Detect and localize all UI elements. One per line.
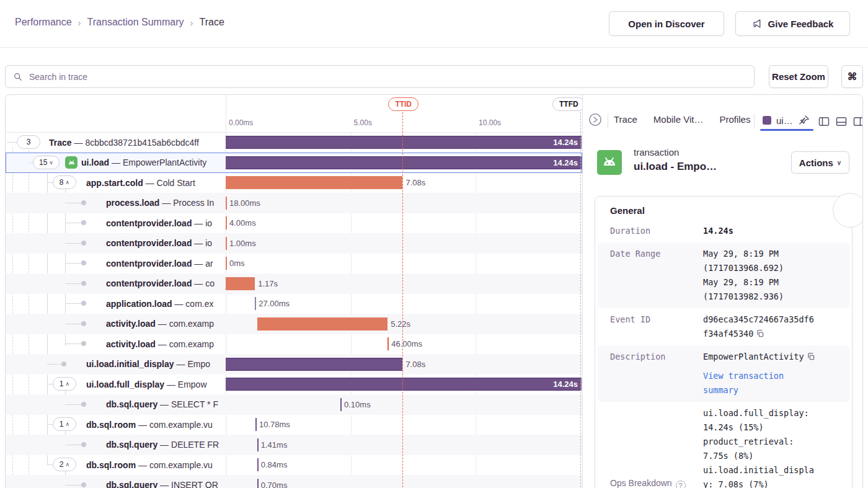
trace-row-db-sql-query[interactable]: db.sql.query — INSERT OR0.70ms — [6, 475, 582, 488]
span-count-badge[interactable]: 2∧ — [53, 458, 76, 471]
copy-icon[interactable] — [756, 329, 764, 338]
active-tab-underline — [760, 129, 813, 131]
span-dot — [81, 260, 86, 265]
ttid-marker-line — [402, 112, 403, 488]
tab-profiles[interactable]: Profiles — [719, 114, 750, 125]
trace-row-contentprovider-load[interactable]: contentprovider.load — ar0ms — [6, 253, 582, 273]
open-in-discover-button[interactable]: Open in Discover — [609, 11, 724, 36]
span-bar[interactable] — [226, 358, 402, 371]
span-duration: 0.10ms — [344, 394, 371, 415]
trace-row-db-sql-room[interactable]: 1∧db.sql.room — com.example.vu10.78ms — [6, 414, 582, 435]
span-tick[interactable] — [226, 257, 227, 270]
shortcut-key-button[interactable]: ⌘ — [841, 65, 863, 88]
layout-split-left-icon[interactable] — [818, 115, 830, 128]
search-bar[interactable] — [5, 65, 755, 88]
general-value: 14.24s — [703, 224, 836, 238]
breadcrumb-item-transaction-summary[interactable]: Transaction Summary — [87, 17, 184, 28]
span-duration: 1.17s — [258, 273, 278, 294]
trace-row-ui-load-initial-display[interactable]: ui.load.initial_display — Empo7.08s — [6, 354, 582, 375]
span-count-badge[interactable]: 3 — [17, 135, 40, 149]
trace-row-contentprovider-load[interactable]: contentprovider.load — io1.00ms — [6, 233, 582, 254]
time-axis-label: 0.00ms — [229, 118, 253, 127]
search-icon — [13, 72, 23, 82]
trace-row-process-load[interactable]: process.load — Process In18.00ms — [6, 193, 582, 213]
span-bar[interactable] — [226, 176, 402, 189]
tab-mobile-vit-[interactable]: Mobile Vit… — [653, 114, 704, 125]
span-label: ui.load.full_display — Empow — [86, 374, 226, 394]
span-tick[interactable] — [388, 337, 389, 350]
trace-row-contentprovider-load[interactable]: contentprovider.load — co1.17s — [6, 273, 582, 294]
actions-button[interactable]: Actions ∨ — [791, 151, 849, 174]
collapse-panel-icon[interactable] — [588, 112, 603, 127]
span-count-badge[interactable]: 1∧ — [53, 377, 76, 391]
search-input[interactable] — [28, 71, 746, 82]
trace-row-app-start-cold[interactable]: 8∧app.start.cold — Cold Start7.08s — [6, 172, 582, 193]
span-dot — [81, 442, 86, 447]
span-duration: 27.00ms — [259, 293, 290, 314]
view-transaction-summary-link[interactable]: View transactionsummary — [703, 369, 836, 397]
trace-row-activity-load[interactable]: activity.load — com.examp5.22s — [6, 314, 582, 334]
trace-row-ui-load-full-display[interactable]: 1∧ui.load.full_display — Empow14.24s — [6, 374, 582, 394]
give-feedback-button[interactable]: Give Feedback — [735, 11, 850, 36]
span-bar[interactable]: 14.24s — [226, 378, 582, 391]
general-row-duration: Duration14.24s — [595, 220, 852, 242]
span-tick[interactable] — [257, 438, 259, 451]
active-tab[interactable]: ui… — [763, 114, 810, 126]
trace-row-ui-load[interactable]: 15∨ui.load — EmpowerPlantActivity14.24s — [6, 153, 582, 173]
general-row-event-id: Event IDd96eca345c724667a35df6f34af45340 — [595, 308, 852, 345]
copy-icon[interactable] — [807, 352, 815, 361]
span-label: contentprovider.load — io — [106, 233, 226, 254]
span-dot — [81, 241, 86, 246]
trace-row-db-sql-room[interactable]: 2∧db.sql.room — com.example.vu0.84ms — [6, 455, 582, 475]
span-duration: 14.24s — [553, 138, 582, 147]
trace-row-Trace[interactable]: 3Trace — 8cbbcd38721b415ab6cbdc4ff14.24s — [6, 132, 582, 153]
span-count-badge[interactable]: 8∧ — [53, 175, 76, 189]
pin-icon[interactable] — [798, 114, 810, 126]
general-rows: Duration14.24sDate RangeMay 29, 8:19 PM(… — [595, 220, 852, 488]
span-tick[interactable] — [340, 398, 342, 411]
ttfd-marker-badge[interactable]: TTFD — [552, 97, 585, 111]
span-bar[interactable]: 14.24s — [226, 136, 582, 149]
tab-trace[interactable]: Trace — [614, 114, 637, 125]
span-tick[interactable] — [255, 418, 257, 431]
span-dot — [81, 482, 86, 487]
general-section-title: General — [595, 197, 852, 220]
feedback-fab-button[interactable] — [833, 193, 863, 228]
span-bar[interactable] — [226, 277, 255, 290]
general-key: Date Range — [610, 247, 703, 304]
span-duration: 0.84ms — [261, 455, 288, 475]
span-tick[interactable] — [255, 297, 256, 310]
span-bar[interactable] — [257, 317, 388, 331]
trace-row-db-sql-query[interactable]: db.sql.query — SELECT * F0.10ms — [6, 394, 582, 415]
span-count-badge[interactable]: 15∨ — [33, 156, 60, 169]
help-icon[interactable]: ? — [676, 481, 686, 488]
trace-row-application-load[interactable]: application.load — com.ex27.00ms — [6, 293, 582, 314]
general-key: Event ID — [610, 313, 703, 341]
span-tick[interactable] — [257, 479, 259, 488]
span-label: application.load — com.ex — [106, 293, 226, 314]
span-duration: 0ms — [229, 253, 245, 273]
span-label: db.sql.query — DELETE FR — [106, 435, 226, 455]
span-dot — [81, 402, 86, 407]
reset-zoom-button[interactable]: Reset Zoom — [769, 65, 828, 88]
general-row-description: DescriptionEmpowerPlantActivityView tran… — [598, 345, 849, 402]
active-tab-label: ui… — [776, 115, 793, 126]
span-dot — [81, 341, 86, 346]
layout-split-bottom-icon[interactable] — [835, 115, 848, 128]
layout-split-right-icon[interactable] — [852, 115, 863, 128]
span-tick[interactable] — [226, 237, 227, 250]
trace-row-contentprovider-load[interactable]: contentprovider.load — io4.00ms — [6, 213, 582, 233]
span-bar[interactable]: 14.24s — [226, 156, 582, 169]
span-tick[interactable] — [226, 197, 227, 210]
general-card: General Duration14.24sDate RangeMay 29, … — [595, 196, 852, 488]
span-duration: 18.00ms — [229, 193, 260, 213]
general-key: Duration — [610, 224, 703, 238]
span-tick[interactable] — [257, 458, 259, 471]
ttid-marker-badge[interactable]: TTID — [388, 97, 418, 111]
breadcrumb-item-performance[interactable]: Performance — [15, 17, 72, 28]
span-tick[interactable] — [226, 216, 227, 229]
span-label: db.sql.query — INSERT OR — [106, 475, 226, 488]
trace-row-activity-load[interactable]: activity.load — com.examp46.00ms — [6, 334, 582, 354]
span-count-badge[interactable]: 1∧ — [53, 417, 76, 431]
trace-row-db-sql-query[interactable]: db.sql.query — DELETE FR1.41ms — [6, 435, 582, 455]
